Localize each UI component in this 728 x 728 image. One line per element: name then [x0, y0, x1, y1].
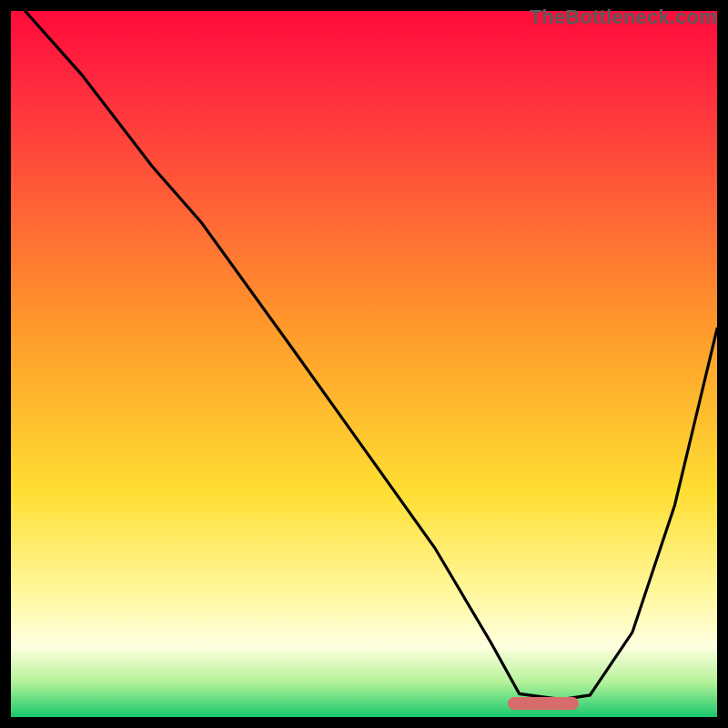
watermark-text: TheBottleneck.com — [530, 5, 717, 29]
chart-line-curve — [11, 11, 717, 717]
chart-plot-area: TheBottleneck.com — [9, 9, 719, 719]
chart-optimum-marker — [508, 697, 579, 710]
